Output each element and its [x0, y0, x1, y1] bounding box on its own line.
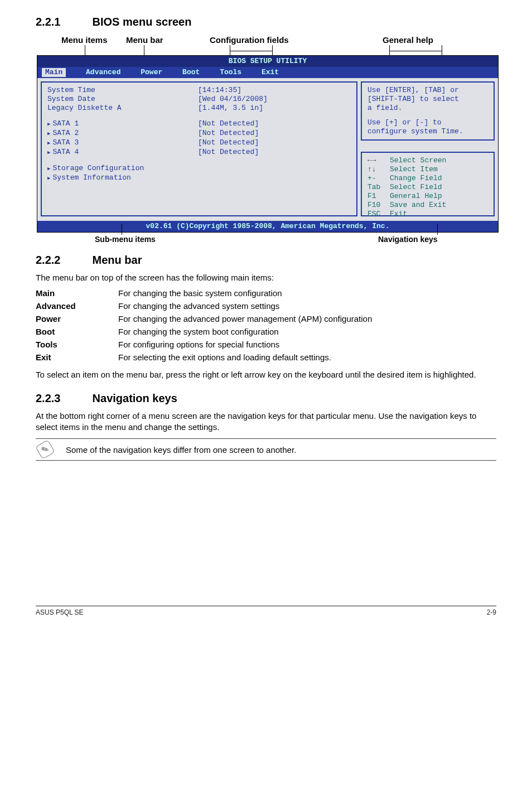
- help-line: configure system Time.: [367, 127, 488, 136]
- callout-line: [442, 45, 442, 55]
- table-row: ExitFor selecting the exit options and l…: [36, 351, 372, 364]
- nav-row: ESCExit: [367, 210, 488, 219]
- bios-tab-boot: Boot: [182, 68, 200, 77]
- callout-navigation-keys: Navigation keys: [378, 235, 438, 244]
- nav-key: ESC: [367, 210, 390, 219]
- section-223-title: Navigation keys: [93, 392, 177, 404]
- nav-desc: Select Field: [390, 183, 442, 191]
- callout-line: [122, 224, 122, 235]
- def-val: For changing the system boot configurati…: [118, 325, 372, 338]
- def-key: Main: [36, 287, 118, 299]
- bios-item-value: [Wed 04/16/2008]: [198, 95, 268, 104]
- nav-desc: Change Field: [390, 174, 442, 182]
- nav-desc: Exit: [390, 210, 407, 218]
- bios-panel-nav-keys: ←→Select Screen ↑↓Select Item +-Change F…: [361, 152, 495, 216]
- nav-row: F1General Help: [367, 192, 488, 201]
- section-221-title: BIOS menu screen: [93, 16, 192, 28]
- callout-line: [437, 224, 438, 235]
- menubar-intro: The menu bar on top of the screen has th…: [36, 272, 496, 283]
- callout-menu-bar: Menu bar: [126, 35, 163, 45]
- section-222-heading: 2.2.2 Menu bar: [36, 254, 496, 267]
- bios-row: SATA 1[Not Detected]: [47, 119, 351, 129]
- nav-key: F1: [367, 192, 390, 201]
- table-row: PowerFor changing the advanced power man…: [36, 312, 372, 325]
- bios-footer: v02.61 (C)Copyright 1985-2008, American …: [37, 221, 498, 232]
- bios-item-label: Legacy Diskette A: [47, 104, 122, 112]
- note-text: Some of the navigation keys differ from …: [66, 445, 296, 455]
- bios-row: System Date [Wed 04/16/2008]: [47, 95, 351, 104]
- def-val: For changing the advanced power manageme…: [118, 312, 372, 325]
- bios-tab-tools: Tools: [220, 68, 241, 77]
- page-footer: ASUS P5QL SE 2-9: [36, 606, 496, 616]
- bios-item-label: SATA 1: [52, 119, 79, 128]
- footer-right: 2-9: [487, 608, 496, 616]
- def-key: Advanced: [36, 299, 118, 312]
- bios-item-label: System Information: [52, 173, 130, 182]
- bios-item-value: [Not Detected]: [198, 119, 259, 128]
- bios-window: BIOS SETUP UTILITY Main Advanced Power B…: [37, 55, 499, 233]
- bios-row: Legacy Diskette A [1.44M, 3.5 in]: [47, 104, 351, 113]
- bios-spacer: [367, 113, 488, 118]
- def-val: For changing the advanced system setting…: [118, 299, 372, 312]
- bios-row: System Information: [47, 173, 351, 183]
- def-key: Exit: [36, 351, 118, 364]
- callout-menu-items: Menu items: [61, 35, 108, 45]
- nav-row: ↑↓Select Item: [367, 165, 488, 174]
- bios-panel-main: System Time [14:14:35] System Date [Wed …: [41, 81, 357, 216]
- bios-item-label: Storage Configuration: [52, 164, 144, 172]
- nav-key: ←→: [367, 156, 390, 165]
- table-row: ToolsFor configuring options for special…: [36, 338, 372, 351]
- nav-key: F10: [367, 201, 390, 210]
- help-line: Use [+] or [-] to: [367, 118, 488, 127]
- callout-line: [144, 45, 144, 55]
- callout-line: [230, 51, 272, 51]
- bios-tab-advanced: Advanced: [86, 68, 120, 77]
- callout-line: [389, 45, 390, 55]
- nav-desc: Save and Exit: [390, 201, 446, 209]
- bios-item-label: SATA 4: [52, 148, 79, 156]
- bios-spacer: [47, 113, 351, 119]
- def-key: Boot: [36, 325, 118, 338]
- bios-spacer: [47, 157, 351, 164]
- nav-desc: Select Item: [390, 165, 438, 173]
- callout-line: [230, 45, 230, 55]
- nav-row: TabSelect Field: [367, 183, 488, 192]
- navkeys-para: At the bottom right corner of a menu scr…: [36, 410, 496, 433]
- bios-item-value: [Not Detected]: [198, 138, 259, 147]
- bios-item-label: System Date: [47, 95, 95, 103]
- nav-row: F10Save and Exit: [367, 201, 488, 210]
- callout-line: [272, 45, 273, 55]
- bios-item-label: SATA 2: [52, 129, 79, 137]
- section-221-number: 2.2.1: [36, 16, 89, 28]
- bios-row: SATA 4[Not Detected]: [47, 148, 351, 157]
- nav-key: Tab: [367, 183, 390, 192]
- bios-menubar: Main Advanced Power Boot Tools Exit: [37, 67, 498, 78]
- menubar-note: To select an item on the menu bar, press…: [36, 369, 496, 380]
- def-val: For selecting the exit options and loadi…: [118, 351, 372, 364]
- callout-general-help: General help: [383, 35, 433, 45]
- table-row: MainFor changing the basic system config…: [36, 287, 372, 299]
- footer-left: ASUS P5QL SE: [36, 608, 84, 616]
- bios-title: BIOS SETUP UTILITY: [37, 56, 498, 67]
- bios-row: Storage Configuration: [47, 164, 351, 173]
- bios-diagram: Menu items Menu bar Configuration fields…: [37, 34, 499, 246]
- nav-row: ←→Select Screen: [367, 156, 488, 165]
- bios-panel-help-text: Use [ENTER], [TAB] or [SHIFT-TAB] to sel…: [361, 81, 495, 141]
- nav-desc: Select Screen: [390, 156, 446, 165]
- callout-config-fields: Configuration fields: [210, 35, 289, 45]
- def-key: Tools: [36, 338, 118, 351]
- bios-item-label: SATA 3: [52, 138, 79, 147]
- nav-key: +-: [367, 174, 390, 183]
- nav-desc: General Help: [390, 192, 442, 200]
- bios-item-label: System Time: [47, 86, 95, 94]
- help-line: Use [ENTER], [TAB] or: [367, 86, 488, 95]
- bios-row: System Time [14:14:35]: [47, 86, 351, 95]
- def-val: For changing the basic system configurat…: [118, 287, 372, 299]
- bios-item-value: [Not Detected]: [198, 148, 259, 157]
- callout-line: [389, 51, 442, 51]
- section-221-heading: 2.2.1 BIOS menu screen: [36, 16, 496, 28]
- callout-line: [85, 45, 85, 55]
- bios-tab-main: Main: [42, 68, 66, 77]
- note-box: ✎ Some of the navigation keys differ fro…: [36, 438, 496, 461]
- bios-item-value: [1.44M, 3.5 in]: [198, 104, 263, 113]
